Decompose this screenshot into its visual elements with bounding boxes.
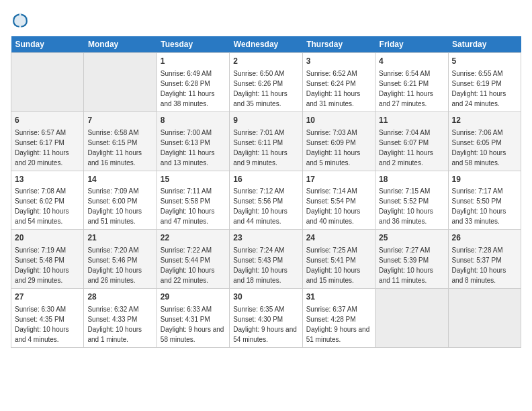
day-info: Sunrise: 6:32 AM Sunset: 4:33 PM Dayligh… <box>87 306 142 343</box>
day-number: 9 <box>233 115 298 126</box>
day-info: Sunrise: 7:17 AM Sunset: 5:50 PM Dayligh… <box>452 187 506 225</box>
calendar-cell: 20Sunrise: 7:19 AM Sunset: 5:48 PM Dayli… <box>11 230 84 289</box>
col-header-thursday: Thursday <box>302 36 375 53</box>
calendar-cell: 7Sunrise: 6:58 AM Sunset: 6:15 PM Daylig… <box>84 111 157 171</box>
calendar-cell: 16Sunrise: 7:12 AM Sunset: 5:56 PM Dayli… <box>230 171 302 230</box>
day-number: 31 <box>306 291 371 303</box>
calendar-cell: 2Sunrise: 6:50 AM Sunset: 6:26 PM Daylig… <box>230 53 302 112</box>
day-number: 4 <box>379 56 444 67</box>
calendar-row-2: 6Sunrise: 6:57 AM Sunset: 6:17 PM Daylig… <box>11 111 521 171</box>
page-header <box>11 11 521 30</box>
col-header-sunday: Sunday <box>11 36 84 53</box>
day-number: 16 <box>233 174 298 185</box>
calendar-cell: 12Sunrise: 7:06 AM Sunset: 6:05 PM Dayli… <box>448 111 521 171</box>
day-info: Sunrise: 6:54 AM Sunset: 6:21 PM Dayligh… <box>379 70 433 107</box>
day-info: Sunrise: 7:24 AM Sunset: 5:43 PM Dayligh… <box>233 246 287 284</box>
day-number: 14 <box>87 174 152 185</box>
day-number: 29 <box>161 291 226 303</box>
calendar-cell: 17Sunrise: 7:14 AM Sunset: 5:54 PM Dayli… <box>302 171 375 230</box>
col-header-tuesday: Tuesday <box>157 36 229 53</box>
day-info: Sunrise: 7:08 AM Sunset: 6:02 PM Dayligh… <box>15 187 69 225</box>
calendar-cell: 3Sunrise: 6:52 AM Sunset: 6:24 PM Daylig… <box>302 53 375 112</box>
calendar-cell: 1Sunrise: 6:49 AM Sunset: 6:28 PM Daylig… <box>157 53 229 112</box>
calendar-cell: 21Sunrise: 7:20 AM Sunset: 5:46 PM Dayli… <box>84 230 157 289</box>
day-number: 25 <box>379 232 444 244</box>
day-info: Sunrise: 6:49 AM Sunset: 6:28 PM Dayligh… <box>161 70 215 107</box>
day-number: 6 <box>15 115 80 126</box>
calendar-cell: 19Sunrise: 7:17 AM Sunset: 5:50 PM Dayli… <box>448 171 521 230</box>
day-info: Sunrise: 7:27 AM Sunset: 5:39 PM Dayligh… <box>379 246 433 284</box>
day-number: 26 <box>452 232 517 244</box>
calendar-cell: 28Sunrise: 6:32 AM Sunset: 4:33 PM Dayli… <box>84 289 157 348</box>
calendar-cell: 18Sunrise: 7:15 AM Sunset: 5:52 PM Dayli… <box>375 171 448 230</box>
calendar-cell: 14Sunrise: 7:09 AM Sunset: 6:00 PM Dayli… <box>84 171 157 230</box>
day-info: Sunrise: 7:28 AM Sunset: 5:37 PM Dayligh… <box>452 246 506 284</box>
day-number: 22 <box>161 232 226 244</box>
calendar-cell: 25Sunrise: 7:27 AM Sunset: 5:39 PM Dayli… <box>375 230 448 289</box>
calendar-cell: 23Sunrise: 7:24 AM Sunset: 5:43 PM Dayli… <box>230 230 302 289</box>
day-number: 10 <box>306 115 371 126</box>
day-info: Sunrise: 7:01 AM Sunset: 6:11 PM Dayligh… <box>233 129 287 167</box>
day-info: Sunrise: 7:15 AM Sunset: 5:52 PM Dayligh… <box>379 187 433 225</box>
day-info: Sunrise: 7:06 AM Sunset: 6:05 PM Dayligh… <box>452 129 506 167</box>
day-number: 20 <box>15 232 80 244</box>
day-info: Sunrise: 6:57 AM Sunset: 6:17 PM Dayligh… <box>15 129 69 167</box>
day-number: 21 <box>87 232 152 244</box>
day-info: Sunrise: 7:04 AM Sunset: 6:07 PM Dayligh… <box>379 129 433 167</box>
calendar-cell: 10Sunrise: 7:03 AM Sunset: 6:09 PM Dayli… <box>302 111 375 171</box>
day-number: 1 <box>161 56 226 67</box>
col-header-friday: Friday <box>375 36 448 53</box>
calendar-cell: 6Sunrise: 6:57 AM Sunset: 6:17 PM Daylig… <box>11 111 84 171</box>
calendar-cell: 9Sunrise: 7:01 AM Sunset: 6:11 PM Daylig… <box>230 111 302 171</box>
calendar-row-3: 13Sunrise: 7:08 AM Sunset: 6:02 PM Dayli… <box>11 171 521 230</box>
day-number: 11 <box>379 115 444 126</box>
day-info: Sunrise: 6:33 AM Sunset: 4:31 PM Dayligh… <box>161 306 224 343</box>
day-number: 5 <box>452 56 517 67</box>
day-number: 23 <box>233 232 298 244</box>
day-info: Sunrise: 7:25 AM Sunset: 5:41 PM Dayligh… <box>306 246 361 284</box>
day-number: 17 <box>306 174 371 185</box>
calendar-cell: 4Sunrise: 6:54 AM Sunset: 6:21 PM Daylig… <box>375 53 448 112</box>
calendar-cell <box>11 53 84 112</box>
day-info: Sunrise: 7:14 AM Sunset: 5:54 PM Dayligh… <box>306 187 361 225</box>
col-header-wednesday: Wednesday <box>230 36 302 53</box>
day-number: 3 <box>306 56 371 67</box>
day-info: Sunrise: 7:12 AM Sunset: 5:56 PM Dayligh… <box>233 187 287 225</box>
col-header-saturday: Saturday <box>448 36 521 53</box>
calendar-cell: 27Sunrise: 6:30 AM Sunset: 4:35 PM Dayli… <box>11 289 84 348</box>
day-info: Sunrise: 6:37 AM Sunset: 4:28 PM Dayligh… <box>306 306 370 343</box>
calendar-cell: 22Sunrise: 7:22 AM Sunset: 5:44 PM Dayli… <box>157 230 229 289</box>
calendar-cell <box>84 53 157 112</box>
calendar-cell: 8Sunrise: 7:00 AM Sunset: 6:13 PM Daylig… <box>157 111 229 171</box>
calendar-cell: 13Sunrise: 7:08 AM Sunset: 6:02 PM Dayli… <box>11 171 84 230</box>
day-number: 13 <box>15 174 80 185</box>
day-number: 27 <box>15 291 80 303</box>
calendar-table: SundayMondayTuesdayWednesdayThursdayFrid… <box>11 36 521 348</box>
calendar-cell: 30Sunrise: 6:35 AM Sunset: 4:30 PM Dayli… <box>230 289 302 348</box>
day-number: 28 <box>87 291 152 303</box>
calendar-cell <box>375 289 448 348</box>
day-number: 18 <box>379 174 444 185</box>
day-info: Sunrise: 7:09 AM Sunset: 6:00 PM Dayligh… <box>87 187 142 225</box>
calendar-cell: 29Sunrise: 6:33 AM Sunset: 4:31 PM Dayli… <box>157 289 229 348</box>
day-info: Sunrise: 6:55 AM Sunset: 6:19 PM Dayligh… <box>452 70 506 107</box>
calendar-body: 1Sunrise: 6:49 AM Sunset: 6:28 PM Daylig… <box>11 53 521 348</box>
calendar-row-5: 27Sunrise: 6:30 AM Sunset: 4:35 PM Dayli… <box>11 289 521 348</box>
day-number: 2 <box>233 56 298 67</box>
calendar-cell: 24Sunrise: 7:25 AM Sunset: 5:41 PM Dayli… <box>302 230 375 289</box>
calendar-cell: 15Sunrise: 7:11 AM Sunset: 5:58 PM Dayli… <box>157 171 229 230</box>
calendar-cell: 11Sunrise: 7:04 AM Sunset: 6:07 PM Dayli… <box>375 111 448 171</box>
day-number: 8 <box>161 115 226 126</box>
day-number: 12 <box>452 115 517 126</box>
day-number: 19 <box>452 174 517 185</box>
calendar-cell: 5Sunrise: 6:55 AM Sunset: 6:19 PM Daylig… <box>448 53 521 112</box>
day-info: Sunrise: 6:30 AM Sunset: 4:35 PM Dayligh… <box>15 306 69 343</box>
day-info: Sunrise: 6:35 AM Sunset: 4:30 PM Dayligh… <box>233 306 297 343</box>
day-number: 30 <box>233 291 298 303</box>
calendar-cell <box>448 289 521 348</box>
col-header-monday: Monday <box>84 36 157 53</box>
day-info: Sunrise: 7:03 AM Sunset: 6:09 PM Dayligh… <box>306 129 361 167</box>
day-number: 7 <box>87 115 152 126</box>
column-headers: SundayMondayTuesdayWednesdayThursdayFrid… <box>11 36 521 53</box>
day-info: Sunrise: 7:00 AM Sunset: 6:13 PM Dayligh… <box>161 129 215 167</box>
